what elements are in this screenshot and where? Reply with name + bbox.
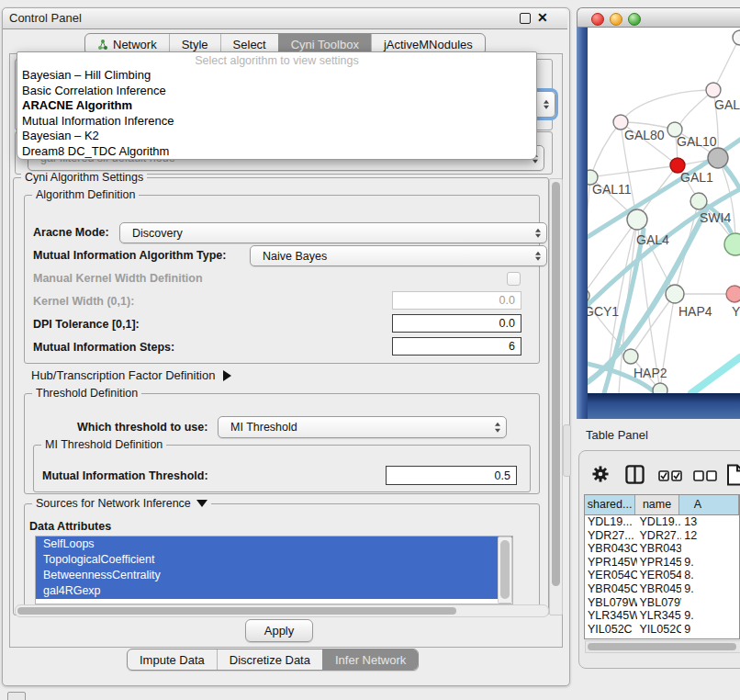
tab-impute-data[interactable]: Impute Data bbox=[128, 649, 217, 670]
close-traffic-light-icon[interactable] bbox=[591, 13, 604, 26]
network-node-y[interactable] bbox=[726, 286, 740, 302]
settings-vertical-scrollbar[interactable] bbox=[549, 178, 563, 615]
tab-label: Network bbox=[113, 38, 157, 51]
network-node-hap4[interactable] bbox=[666, 285, 684, 303]
scrollbar-thumb[interactable] bbox=[588, 643, 736, 650]
column-header-name[interactable]: name bbox=[635, 495, 679, 514]
table-row[interactable]: YDL19...YDL19...13 bbox=[585, 515, 739, 529]
node-label-hap4: HAP4 bbox=[678, 304, 712, 319]
mi-type-value: Naive Bayes bbox=[263, 250, 327, 263]
table-row[interactable]: YDR27...YDR27...12 bbox=[585, 529, 739, 543]
algorithm-dropdown-list: Bayesian – Hill ClimbingBasic Correlatio… bbox=[17, 68, 536, 159]
table-row[interactable]: YLR345WYLR345W9. bbox=[585, 609, 739, 623]
table-row[interactable]: YBR045CYBR045C9. bbox=[585, 582, 739, 596]
apply-button[interactable]: Apply bbox=[245, 619, 313, 642]
tab-infer-network[interactable]: Infer Network bbox=[322, 649, 418, 670]
network-edge bbox=[713, 39, 739, 90]
select-all-checkboxes-icon[interactable] bbox=[658, 470, 682, 481]
table-row[interactable]: YBL079WYBL079W bbox=[585, 596, 739, 610]
combo-stepper-icon bbox=[544, 99, 549, 109]
settings-horizontal-scrollbar[interactable] bbox=[15, 604, 549, 617]
mi-threshold-definition-title: MI Threshold Definition bbox=[41, 438, 166, 451]
mi-steps-field[interactable] bbox=[392, 337, 521, 356]
scrollbar-thumb[interactable] bbox=[17, 607, 456, 615]
table-row[interactable]: YBR043CYBR043C bbox=[585, 542, 739, 556]
apply-button-label: Apply bbox=[264, 624, 295, 638]
document-icon[interactable] bbox=[726, 464, 740, 486]
bottom-tab-strip: Impute DataDiscretize DataInfer Network bbox=[127, 649, 419, 671]
panel-splitter-handle[interactable] bbox=[563, 424, 571, 477]
network-view-canvas[interactable]: GALGAL80GAL10GAL1GAL11SWI4GAL4GCY1HAP4YH… bbox=[588, 28, 740, 393]
algorithm-option-bayesian-hill-climbing[interactable]: Bayesian – Hill Climbing bbox=[17, 68, 536, 84]
control-panel-titlebar[interactable] bbox=[3, 8, 567, 29]
table-row[interactable]: YPR145WYPR145W9. bbox=[585, 556, 739, 570]
network-node-partial-top[interactable] bbox=[733, 30, 740, 45]
float-window-icon[interactable] bbox=[520, 13, 531, 24]
column-header-shared[interactable]: shared... bbox=[585, 495, 635, 514]
scrollbar-thumb[interactable] bbox=[552, 182, 560, 586]
attribute-table[interactable]: shared...nameA YDL19...YDL19...13YDR27..… bbox=[584, 494, 740, 639]
screen: Control Panel ✕ NetworkStyleSelectCyni T… bbox=[0, 0, 740, 700]
attribute-betweennesscentrality[interactable]: BetweennessCentrality bbox=[36, 568, 512, 583]
column-header-a[interactable]: A bbox=[679, 495, 739, 514]
attribute-topologicalcoefficient[interactable]: TopologicalCoefficient bbox=[36, 552, 512, 568]
network-node-big-green[interactable] bbox=[724, 233, 740, 255]
table-row[interactable]: YIL052CYIL052C9 bbox=[585, 623, 739, 637]
network-node-gal[interactable] bbox=[706, 83, 721, 97]
which-threshold-combo[interactable]: MI Threshold bbox=[218, 416, 507, 438]
algorithm-definition-title: Algorithm Definition bbox=[32, 188, 139, 201]
mi-steps-label: Mutual Information Steps: bbox=[33, 341, 174, 354]
status-corner-widget[interactable] bbox=[7, 692, 26, 700]
algorithm-option-aracne-algorithm[interactable]: ARACNE Algorithm bbox=[17, 98, 536, 114]
split-columns-icon[interactable] bbox=[625, 465, 645, 484]
network-edge bbox=[691, 357, 740, 393]
mi-threshold-field[interactable] bbox=[386, 466, 517, 485]
table-horizontal-scrollbar[interactable] bbox=[585, 640, 740, 653]
table-cell: YDL19... bbox=[585, 515, 637, 529]
tab-discretize-data[interactable]: Discretize Data bbox=[217, 649, 322, 670]
combo-stepper-icon bbox=[535, 251, 541, 261]
hub-definition-toggle[interactable]: Hub/Transcription Factor Definition bbox=[31, 368, 231, 382]
algorithm-option-bayesian-k2[interactable]: Bayesian – K2 bbox=[17, 129, 536, 144]
mi-type-combo[interactable]: Naive Bayes bbox=[250, 245, 547, 266]
table-cell: YLR345W bbox=[637, 609, 682, 623]
network-node-partial-bottom[interactable] bbox=[653, 383, 667, 393]
network-window-titlebar[interactable] bbox=[577, 7, 740, 28]
table-cell bbox=[681, 542, 739, 556]
dpi-tolerance-field[interactable] bbox=[392, 314, 521, 333]
network-node-gray-node[interactable] bbox=[708, 148, 728, 168]
node-label-gal10: GAL10 bbox=[677, 134, 717, 149]
gear-icon[interactable] bbox=[592, 466, 609, 482]
algorithm-option-basic-correlation-inference[interactable]: Basic Correlation Inference bbox=[17, 84, 536, 99]
tab-label: Infer Network bbox=[335, 653, 406, 667]
minimize-traffic-light-icon[interactable] bbox=[610, 13, 622, 26]
attributes-vertical-scrollbar[interactable] bbox=[498, 536, 512, 604]
table-cell: YER054C bbox=[585, 569, 637, 582]
mi-threshold-label: Mutual Information Threshold: bbox=[42, 469, 208, 482]
attribute-selfloops[interactable]: SelfLoops bbox=[36, 536, 512, 552]
algorithm-option-mutual-information-inference[interactable]: Mutual Information Inference bbox=[17, 114, 536, 130]
table-cell: YBR043C bbox=[637, 542, 682, 556]
table-cell: YBL079W bbox=[585, 596, 637, 610]
table-panel-title: Table Panel bbox=[586, 428, 648, 442]
node-label-y: Y bbox=[732, 304, 740, 319]
sources-title[interactable]: Sources for Network Inference bbox=[32, 497, 211, 510]
table-row[interactable]: YER054CYER054C8. bbox=[585, 569, 739, 582]
kernel-width-field[interactable] bbox=[392, 291, 521, 310]
network-node-swi4[interactable] bbox=[690, 193, 707, 209]
aracne-mode-label: Aracne Mode: bbox=[33, 226, 109, 239]
table-cell bbox=[681, 596, 739, 610]
network-node-hap2[interactable] bbox=[623, 349, 638, 364]
algorithm-option-dream8-dc-tdc-algorithm[interactable]: Dream8 DC_TDC Algorithm bbox=[17, 144, 536, 160]
attribute-gal4rgexp[interactable]: gal4RGexp bbox=[36, 583, 512, 599]
deselect-all-checkboxes-icon[interactable] bbox=[693, 470, 717, 481]
network-node-gal4[interactable] bbox=[627, 209, 647, 230]
close-icon[interactable]: ✕ bbox=[537, 10, 548, 25]
manual-kernel-checkbox[interactable] bbox=[507, 272, 521, 286]
zoom-traffic-light-icon[interactable] bbox=[628, 13, 641, 26]
scrollbar-thumb[interactable] bbox=[500, 540, 510, 599]
node-label-gal: GAL bbox=[714, 97, 740, 112]
combo-stepper-icon bbox=[495, 423, 500, 433]
aracne-mode-combo[interactable]: Discovery bbox=[119, 222, 547, 243]
network-edge bbox=[621, 90, 713, 122]
